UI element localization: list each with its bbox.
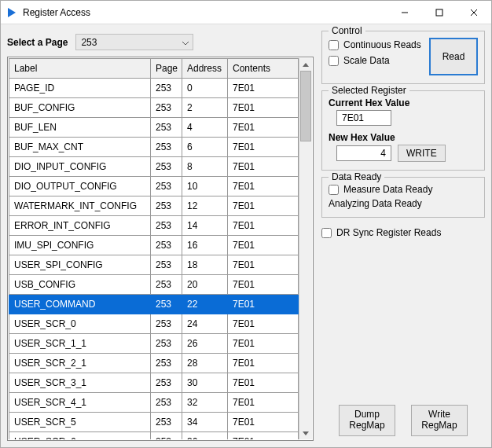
cell-label: PAGE_ID	[9, 79, 151, 98]
window-title: Register Access	[23, 7, 387, 18]
cell-label: USER_SCR_4_1	[9, 393, 151, 413]
cell-contents: 7E01	[228, 413, 299, 432]
cell-contents: 7E01	[228, 138, 299, 157]
analyzing-data-ready-text: Analyzing Data Ready	[329, 198, 478, 209]
cell-page: 253	[151, 255, 182, 275]
cell-page: 253	[151, 373, 182, 393]
cell-address: 24	[182, 314, 228, 334]
table-row[interactable]: USER_SCR_4_1253327E01	[9, 393, 299, 413]
minimize-button[interactable]	[387, 1, 422, 24]
cell-label: USER_SCR_0	[9, 314, 151, 334]
close-button[interactable]	[457, 1, 491, 24]
cell-page: 253	[151, 157, 182, 177]
cell-page: 253	[151, 295, 182, 314]
svg-marker-6	[303, 431, 309, 435]
cell-address: 12	[182, 196, 228, 216]
dr-sync-checkbox[interactable]: DR Sync Register Reads	[321, 227, 485, 238]
scale-data-checkbox[interactable]: Scale Data	[329, 55, 423, 66]
new-hex-label: New Hex Value	[329, 132, 478, 143]
table-row[interactable]: USER_SPI_CONFIG253187E01	[9, 255, 299, 275]
new-hex-input[interactable]: 4	[336, 145, 391, 161]
cell-address: 8	[182, 157, 228, 177]
cell-contents: 7E01	[228, 393, 299, 413]
cell-page: 253	[151, 334, 182, 354]
read-button[interactable]: Read	[429, 38, 478, 75]
col-page[interactable]: Page	[151, 59, 182, 79]
table-row[interactable]: IMU_SPI_CONFIG253167E01	[9, 236, 299, 255]
control-legend: Control	[329, 25, 365, 36]
table-row[interactable]: ERROR_INT_CONFIG253147E01	[9, 216, 299, 236]
cell-address: 6	[182, 138, 228, 157]
table-row[interactable]: USER_SCR_0253247E01	[9, 314, 299, 334]
table-header-row: Label Page Address Contents	[9, 59, 299, 79]
cell-page: 253	[151, 413, 182, 432]
cell-address: 18	[182, 255, 228, 275]
cell-contents: 7E01	[228, 295, 299, 314]
scale-data-label: Scale Data	[343, 55, 390, 66]
page-select[interactable]: 253	[75, 34, 193, 50]
cell-contents: 7E01	[228, 275, 299, 295]
select-page-label: Select a Page	[7, 37, 68, 48]
cell-page: 253	[151, 79, 182, 98]
col-label[interactable]: Label	[9, 59, 151, 79]
scroll-up-icon[interactable]	[299, 58, 312, 71]
table-row[interactable]: BUF_MAX_CNT25367E01	[9, 138, 299, 157]
cell-page: 253	[151, 138, 182, 157]
table-row[interactable]: DIO_INPUT_CONFIG25387E01	[9, 157, 299, 177]
cell-label: BUF_CONFIG	[9, 98, 151, 118]
scroll-down-icon[interactable]	[299, 427, 312, 439]
svg-marker-5	[303, 63, 309, 67]
cell-address: 14	[182, 216, 228, 236]
continuous-reads-checkbox[interactable]: Continuous Reads	[329, 39, 423, 50]
cell-address: 22	[182, 295, 228, 314]
table-row[interactable]: DIO_OUTPUT_CONFIG253107E01	[9, 177, 299, 196]
dr-sync-label: DR Sync Register Reads	[336, 227, 441, 238]
cell-address: 34	[182, 413, 228, 432]
cell-label: BUF_MAX_CNT	[9, 138, 151, 157]
cell-contents: 7E01	[228, 236, 299, 255]
measure-data-ready-checkbox[interactable]: Measure Data Ready	[329, 184, 478, 195]
dump-regmap-button[interactable]: Dump RegMap	[339, 405, 395, 436]
col-contents[interactable]: Contents	[228, 59, 299, 79]
table-row[interactable]: USER_SCR_1_1253267E01	[9, 334, 299, 354]
cell-contents: 7E01	[228, 255, 299, 275]
table-row[interactable]: USER_SCR_3_1253307E01	[9, 373, 299, 393]
cell-page: 253	[151, 216, 182, 236]
cell-address: 32	[182, 393, 228, 413]
cell-address: 0	[182, 79, 228, 98]
cell-label: USER_SCR_2_1	[9, 354, 151, 373]
cell-page: 253	[151, 196, 182, 216]
control-group: Control Continuous Reads Scale Data Read	[321, 31, 485, 84]
table-row[interactable]: USER_SCR_5253347E01	[9, 413, 299, 432]
cell-label: USER_SCR_5	[9, 413, 151, 432]
table-row[interactable]: PAGE_ID25307E01	[9, 79, 299, 98]
cell-page: 253	[151, 275, 182, 295]
cell-contents: 7E01	[228, 373, 299, 393]
cell-label: ERROR_INT_CONFIG	[9, 216, 151, 236]
table-row[interactable]: BUF_CONFIG25327E01	[9, 98, 299, 118]
cell-address: 28	[182, 354, 228, 373]
write-button[interactable]: WRITE	[398, 145, 446, 162]
cell-contents: 7E01	[228, 196, 299, 216]
write-regmap-button[interactable]: Write RegMap	[411, 405, 468, 436]
scrollbar-thumb[interactable]	[300, 71, 311, 141]
maximize-button[interactable]	[422, 1, 457, 24]
cell-label: IMU_SPI_CONFIG	[9, 236, 151, 255]
cell-contents: 7E01	[228, 177, 299, 196]
col-address[interactable]: Address	[182, 59, 228, 79]
vertical-scrollbar[interactable]	[299, 58, 312, 439]
table-row[interactable]: WATERMARK_INT_CONFIG253127E01	[9, 196, 299, 216]
table-row[interactable]: BUF_LEN25347E01	[9, 118, 299, 138]
table-row[interactable]: USER_COMMAND253227E01	[9, 295, 299, 314]
table-row[interactable]: USER_SCR_6253367E01	[9, 432, 299, 440]
current-hex-label: Current Hex Value	[329, 97, 478, 108]
cell-contents: 7E01	[228, 314, 299, 334]
table-row[interactable]: USB_CONFIG253207E01	[9, 275, 299, 295]
cell-address: 36	[182, 432, 228, 440]
current-hex-value: 7E01	[336, 110, 391, 126]
cell-contents: 7E01	[228, 216, 299, 236]
cell-contents: 7E01	[228, 98, 299, 118]
table-row[interactable]: USER_SCR_2_1253287E01	[9, 354, 299, 373]
cell-address: 16	[182, 236, 228, 255]
continuous-reads-label: Continuous Reads	[343, 39, 421, 50]
